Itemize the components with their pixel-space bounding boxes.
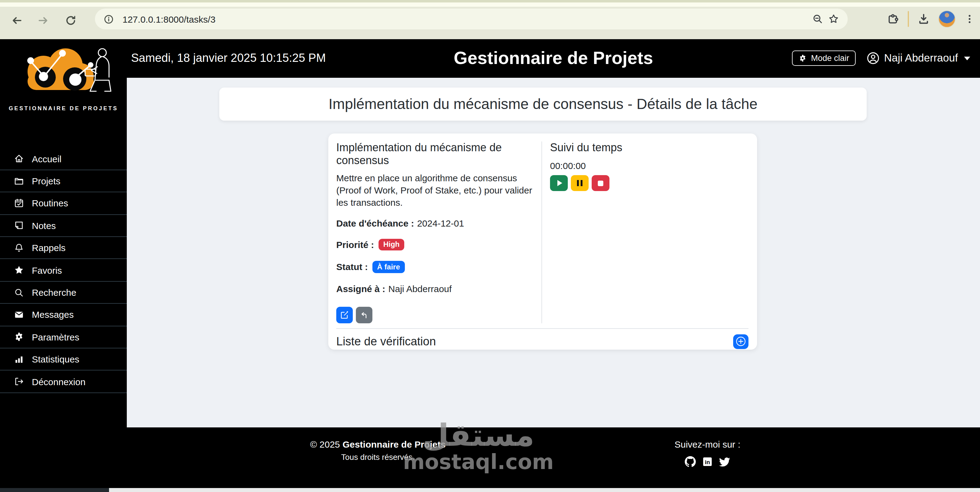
logo-image [11, 42, 115, 101]
url-text[interactable]: 127.0.0.1:8000/tasks/3 [123, 14, 810, 24]
twitter-icon[interactable] [719, 456, 730, 467]
sidebar-item-rappels[interactable]: Rappels [0, 237, 127, 259]
timer-pause-button[interactable] [571, 175, 589, 191]
task-title: Implémentation du mécanisme de consensus [336, 141, 533, 167]
page-title-card: Implémentation du mécanisme de consensus… [219, 87, 867, 121]
sidebar-item-deconnexion[interactable]: Déconnexion [0, 371, 127, 393]
time-tracking-column: Suivi du temps 00:00:00 [542, 141, 748, 323]
sidebar-item-notes[interactable]: Notes [0, 214, 127, 237]
horizontal-scrollbar-thumb[interactable] [0, 488, 109, 492]
copyright-prefix: © 2025 [310, 439, 343, 449]
assignee-label: Assigné à : [336, 283, 385, 294]
browser-profile-avatar[interactable] [939, 10, 956, 27]
sidebar-item-label: Paramètres [32, 332, 79, 342]
downloads-icon[interactable] [918, 13, 930, 25]
browser-reload-button[interactable] [62, 12, 78, 28]
header-datetime: Samedi, 18 janvier 2025 10:15:25 PM [131, 52, 326, 65]
sidebar-item-accueil[interactable]: Accueil [0, 148, 127, 170]
sidebar-item-messages[interactable]: Messages [0, 304, 127, 326]
note-icon [14, 221, 24, 230]
zoom-out-icon[interactable] [810, 11, 826, 27]
browser-menu-kebab-icon[interactable] [964, 13, 975, 24]
browser-back-button[interactable] [9, 12, 24, 28]
logout-icon [14, 376, 24, 386]
social-links: in [616, 456, 799, 467]
stop-icon [598, 180, 603, 186]
sidebar-item-label: Recherche [32, 287, 76, 298]
pencil-square-icon [340, 310, 349, 319]
toolbar-divider [908, 11, 909, 27]
plus-circle-icon [736, 336, 746, 347]
site-info-icon[interactable] [100, 11, 116, 27]
svg-text:in: in [705, 459, 710, 465]
pause-icon [577, 180, 582, 186]
extensions-icon[interactable] [887, 13, 899, 25]
address-bar[interactable]: 127.0.0.1:8000/tasks/3 [95, 9, 848, 29]
timer-title: Suivi du temps [550, 141, 748, 154]
app-logo[interactable]: GESTIONNAIRE DE PROJETS [0, 42, 127, 111]
folder-icon [14, 176, 24, 186]
sidebar: GESTIONNAIRE DE PROJETS AccueilProjetsRo… [0, 39, 127, 492]
sidebar-item-projets[interactable]: Projets [0, 170, 127, 192]
due-date-row: Date d'échéance : 2024-12-01 [336, 218, 533, 229]
sidebar-item-parametres[interactable]: Paramètres [0, 326, 127, 348]
card-divider [336, 328, 748, 329]
browser-forward-button[interactable] [35, 12, 51, 28]
copyright-line: © 2025 Gestionnaire de Projets [255, 439, 500, 449]
sidebar-menu: AccueilProjetsRoutinesNotesRappelsFavori… [0, 148, 127, 393]
rights-line: Tous droits réservés. [255, 452, 500, 462]
timer-stop-button[interactable] [592, 175, 609, 191]
search-icon [14, 287, 24, 297]
bookmark-star-icon[interactable] [826, 11, 842, 27]
app-shell: GESTIONNAIRE DE PROJETS AccueilProjetsRo… [0, 39, 980, 492]
status-label: Statut : [336, 262, 368, 272]
sidebar-item-recherche[interactable]: Recherche [0, 282, 127, 304]
gear-sun-icon [799, 54, 807, 62]
sidebar-item-statistiques[interactable]: Statistiques [0, 348, 127, 371]
checklist-section: Liste de vérification [336, 334, 748, 349]
sidebar-item-label: Projets [32, 176, 60, 186]
timer-play-button[interactable] [550, 175, 568, 191]
return-arrow-icon [360, 310, 369, 319]
home-icon [14, 154, 24, 163]
edit-task-button[interactable] [336, 306, 353, 323]
envelope-icon [14, 310, 24, 320]
sidebar-item-label: Favoris [32, 265, 62, 275]
github-icon[interactable] [685, 456, 696, 467]
task-info-column: Implémentation du mécanisme de consensus… [336, 141, 542, 323]
sidebar-item-label: Déconnexion [32, 376, 86, 387]
priority-label: Priorité : [336, 240, 374, 250]
linkedin-icon[interactable]: in [703, 457, 712, 467]
status-row: Statut : À faire [336, 261, 533, 273]
back-button[interactable] [356, 306, 372, 323]
mode-clair-button[interactable]: Mode clair [792, 51, 856, 66]
assignee-value: Naji Abderraouf [388, 283, 452, 294]
main-content: Implémentation du mécanisme de consensus… [127, 78, 980, 427]
gear-icon [14, 332, 24, 342]
assignee-row: Assigné à : Naji Abderraouf [336, 283, 533, 294]
task-detail-card: Implémentation du mécanisme de consensus… [328, 133, 757, 350]
user-menu[interactable]: Naji Abderraouf [867, 52, 970, 65]
sidebar-item-label: Rappels [32, 243, 65, 253]
sidebar-item-routines[interactable]: Routines [0, 192, 127, 215]
mode-clair-label: Mode clair [811, 54, 849, 63]
tab-strip [0, 2, 980, 6]
person-circle-icon [867, 52, 880, 65]
bar-chart-icon [14, 354, 24, 364]
chevron-down-icon [964, 57, 970, 60]
priority-row: Priorité : High [336, 239, 533, 251]
browser-toolbar: 127.0.0.1:8000/tasks/3 [0, 0, 980, 39]
due-date-value: 2024-12-01 [417, 218, 464, 229]
star-icon [14, 265, 24, 275]
checklist-title: Liste de vérification [336, 335, 436, 348]
add-checklist-item-button[interactable] [733, 334, 748, 349]
footer: © 2025 Gestionnaire de Projets Tous droi… [0, 427, 980, 488]
copyright-name: Gestionnaire de Projets [342, 439, 445, 449]
bell-icon [14, 243, 24, 253]
sidebar-item-label: Accueil [32, 153, 62, 164]
status-badge: À faire [372, 261, 405, 273]
sidebar-item-favoris[interactable]: Favoris [0, 259, 127, 282]
horizontal-scrollbar-track[interactable] [0, 488, 980, 492]
app-header: Samedi, 18 janvier 2025 10:15:25 PM Gest… [127, 39, 980, 78]
due-date-label: Date d'échéance : [336, 218, 414, 229]
